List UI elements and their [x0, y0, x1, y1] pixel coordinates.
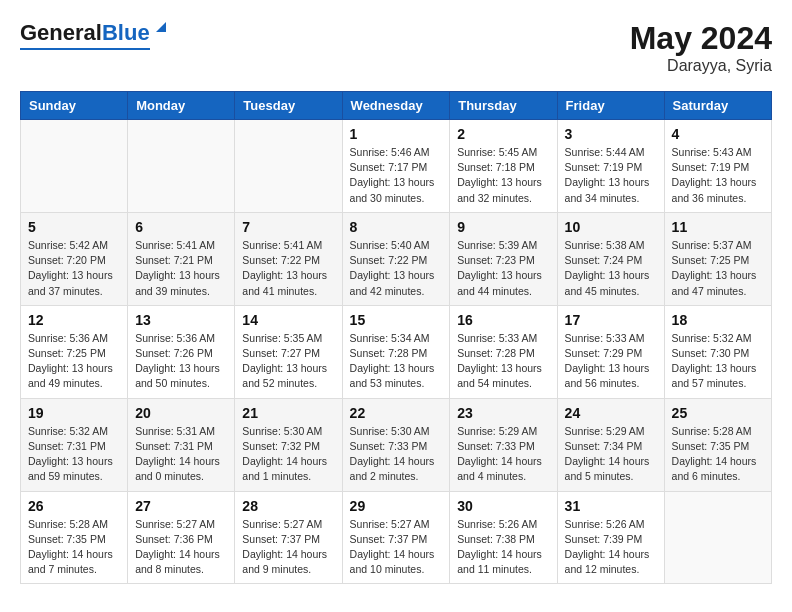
table-row: 22Sunrise: 5:30 AMSunset: 7:33 PMDayligh… — [342, 398, 450, 491]
day-number: 26 — [28, 498, 120, 514]
day-number: 27 — [135, 498, 227, 514]
day-info: Sunrise: 5:36 AMSunset: 7:25 PMDaylight:… — [28, 331, 120, 392]
day-info: Sunrise: 5:29 AMSunset: 7:34 PMDaylight:… — [565, 424, 657, 485]
table-row: 1Sunrise: 5:46 AMSunset: 7:17 PMDaylight… — [342, 120, 450, 213]
table-row: 10Sunrise: 5:38 AMSunset: 7:24 PMDayligh… — [557, 212, 664, 305]
day-info: Sunrise: 5:31 AMSunset: 7:31 PMDaylight:… — [135, 424, 227, 485]
day-info: Sunrise: 5:43 AMSunset: 7:19 PMDaylight:… — [672, 145, 764, 206]
day-number: 24 — [565, 405, 657, 421]
logo-icon — [152, 18, 170, 36]
day-info: Sunrise: 5:33 AMSunset: 7:28 PMDaylight:… — [457, 331, 549, 392]
calendar-table: Sunday Monday Tuesday Wednesday Thursday… — [20, 91, 772, 584]
day-info: Sunrise: 5:37 AMSunset: 7:25 PMDaylight:… — [672, 238, 764, 299]
table-row: 11Sunrise: 5:37 AMSunset: 7:25 PMDayligh… — [664, 212, 771, 305]
col-tuesday: Tuesday — [235, 92, 342, 120]
col-thursday: Thursday — [450, 92, 557, 120]
col-monday: Monday — [128, 92, 235, 120]
table-row: 26Sunrise: 5:28 AMSunset: 7:35 PMDayligh… — [21, 491, 128, 584]
table-row: 6Sunrise: 5:41 AMSunset: 7:21 PMDaylight… — [128, 212, 235, 305]
day-number: 17 — [565, 312, 657, 328]
day-number: 21 — [242, 405, 334, 421]
table-row: 28Sunrise: 5:27 AMSunset: 7:37 PMDayligh… — [235, 491, 342, 584]
table-row: 4Sunrise: 5:43 AMSunset: 7:19 PMDaylight… — [664, 120, 771, 213]
day-number: 16 — [457, 312, 549, 328]
day-info: Sunrise: 5:28 AMSunset: 7:35 PMDaylight:… — [28, 517, 120, 578]
day-info: Sunrise: 5:32 AMSunset: 7:30 PMDaylight:… — [672, 331, 764, 392]
table-row: 8Sunrise: 5:40 AMSunset: 7:22 PMDaylight… — [342, 212, 450, 305]
day-info: Sunrise: 5:30 AMSunset: 7:32 PMDaylight:… — [242, 424, 334, 485]
day-info: Sunrise: 5:41 AMSunset: 7:21 PMDaylight:… — [135, 238, 227, 299]
table-row: 2Sunrise: 5:45 AMSunset: 7:18 PMDaylight… — [450, 120, 557, 213]
logo-underline — [20, 48, 150, 50]
day-number: 23 — [457, 405, 549, 421]
day-number: 1 — [350, 126, 443, 142]
day-number: 29 — [350, 498, 443, 514]
day-number: 9 — [457, 219, 549, 235]
day-number: 22 — [350, 405, 443, 421]
day-info: Sunrise: 5:29 AMSunset: 7:33 PMDaylight:… — [457, 424, 549, 485]
day-number: 25 — [672, 405, 764, 421]
table-row: 14Sunrise: 5:35 AMSunset: 7:27 PMDayligh… — [235, 305, 342, 398]
table-row: 12Sunrise: 5:36 AMSunset: 7:25 PMDayligh… — [21, 305, 128, 398]
table-row — [128, 120, 235, 213]
day-info: Sunrise: 5:42 AMSunset: 7:20 PMDaylight:… — [28, 238, 120, 299]
table-row: 13Sunrise: 5:36 AMSunset: 7:26 PMDayligh… — [128, 305, 235, 398]
day-info: Sunrise: 5:35 AMSunset: 7:27 PMDaylight:… — [242, 331, 334, 392]
table-row — [664, 491, 771, 584]
table-row: 18Sunrise: 5:32 AMSunset: 7:30 PMDayligh… — [664, 305, 771, 398]
logo: GeneralBlue — [20, 20, 150, 50]
table-row: 25Sunrise: 5:28 AMSunset: 7:35 PMDayligh… — [664, 398, 771, 491]
col-friday: Friday — [557, 92, 664, 120]
day-number: 4 — [672, 126, 764, 142]
calendar-week-row: 5Sunrise: 5:42 AMSunset: 7:20 PMDaylight… — [21, 212, 772, 305]
day-info: Sunrise: 5:27 AMSunset: 7:36 PMDaylight:… — [135, 517, 227, 578]
header: GeneralBlue May 2024 Darayya, Syria — [20, 20, 772, 75]
location: Darayya, Syria — [630, 57, 772, 75]
day-info: Sunrise: 5:44 AMSunset: 7:19 PMDaylight:… — [565, 145, 657, 206]
day-number: 5 — [28, 219, 120, 235]
table-row — [21, 120, 128, 213]
month-title: May 2024 — [630, 20, 772, 57]
table-row: 9Sunrise: 5:39 AMSunset: 7:23 PMDaylight… — [450, 212, 557, 305]
col-saturday: Saturday — [664, 92, 771, 120]
day-info: Sunrise: 5:26 AMSunset: 7:38 PMDaylight:… — [457, 517, 549, 578]
day-info: Sunrise: 5:36 AMSunset: 7:26 PMDaylight:… — [135, 331, 227, 392]
day-number: 28 — [242, 498, 334, 514]
logo-general: General — [20, 20, 102, 45]
day-info: Sunrise: 5:27 AMSunset: 7:37 PMDaylight:… — [350, 517, 443, 578]
day-number: 8 — [350, 219, 443, 235]
calendar-header-row: Sunday Monday Tuesday Wednesday Thursday… — [21, 92, 772, 120]
day-number: 14 — [242, 312, 334, 328]
table-row: 20Sunrise: 5:31 AMSunset: 7:31 PMDayligh… — [128, 398, 235, 491]
calendar-week-row: 1Sunrise: 5:46 AMSunset: 7:17 PMDaylight… — [21, 120, 772, 213]
calendar-week-row: 26Sunrise: 5:28 AMSunset: 7:35 PMDayligh… — [21, 491, 772, 584]
day-number: 12 — [28, 312, 120, 328]
table-row: 17Sunrise: 5:33 AMSunset: 7:29 PMDayligh… — [557, 305, 664, 398]
day-info: Sunrise: 5:40 AMSunset: 7:22 PMDaylight:… — [350, 238, 443, 299]
table-row: 15Sunrise: 5:34 AMSunset: 7:28 PMDayligh… — [342, 305, 450, 398]
col-wednesday: Wednesday — [342, 92, 450, 120]
day-number: 18 — [672, 312, 764, 328]
table-row: 31Sunrise: 5:26 AMSunset: 7:39 PMDayligh… — [557, 491, 664, 584]
day-number: 10 — [565, 219, 657, 235]
day-number: 7 — [242, 219, 334, 235]
table-row: 7Sunrise: 5:41 AMSunset: 7:22 PMDaylight… — [235, 212, 342, 305]
day-info: Sunrise: 5:26 AMSunset: 7:39 PMDaylight:… — [565, 517, 657, 578]
calendar-week-row: 12Sunrise: 5:36 AMSunset: 7:25 PMDayligh… — [21, 305, 772, 398]
day-number: 11 — [672, 219, 764, 235]
table-row: 3Sunrise: 5:44 AMSunset: 7:19 PMDaylight… — [557, 120, 664, 213]
table-row: 30Sunrise: 5:26 AMSunset: 7:38 PMDayligh… — [450, 491, 557, 584]
table-row: 5Sunrise: 5:42 AMSunset: 7:20 PMDaylight… — [21, 212, 128, 305]
table-row: 24Sunrise: 5:29 AMSunset: 7:34 PMDayligh… — [557, 398, 664, 491]
logo-blue: Blue — [102, 20, 150, 45]
col-sunday: Sunday — [21, 92, 128, 120]
day-info: Sunrise: 5:39 AMSunset: 7:23 PMDaylight:… — [457, 238, 549, 299]
day-number: 19 — [28, 405, 120, 421]
table-row: 29Sunrise: 5:27 AMSunset: 7:37 PMDayligh… — [342, 491, 450, 584]
day-info: Sunrise: 5:34 AMSunset: 7:28 PMDaylight:… — [350, 331, 443, 392]
day-number: 6 — [135, 219, 227, 235]
calendar-week-row: 19Sunrise: 5:32 AMSunset: 7:31 PMDayligh… — [21, 398, 772, 491]
table-row: 16Sunrise: 5:33 AMSunset: 7:28 PMDayligh… — [450, 305, 557, 398]
day-number: 15 — [350, 312, 443, 328]
day-info: Sunrise: 5:41 AMSunset: 7:22 PMDaylight:… — [242, 238, 334, 299]
